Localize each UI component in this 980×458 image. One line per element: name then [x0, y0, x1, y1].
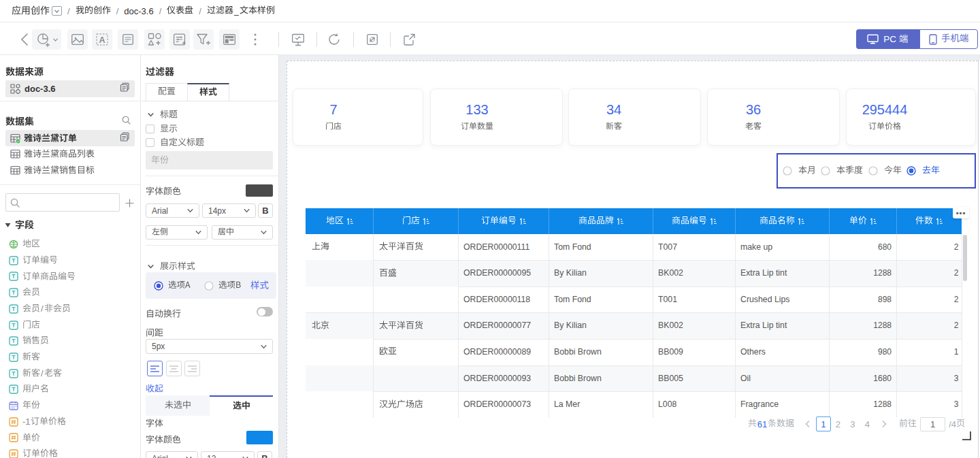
svg-text:A: A: [99, 35, 105, 45]
